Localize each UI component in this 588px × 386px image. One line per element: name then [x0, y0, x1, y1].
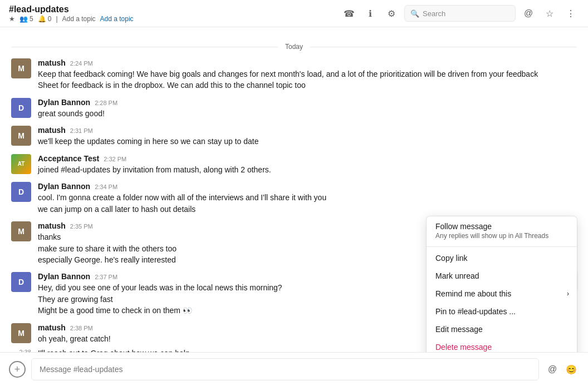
- copy-link-label: Copy link: [435, 254, 468, 263]
- info-button[interactable]: ℹ: [362, 5, 379, 22]
- pin-item[interactable]: Pin to #lead-updates ...: [427, 303, 577, 320]
- message-sender: matush: [38, 221, 66, 230]
- message-header: Dylan Bannon 2:28 PM: [38, 98, 577, 107]
- search-icon: 🔍: [410, 9, 419, 18]
- message-content: Dylan Bannon 2:34 PM cool. I'm gonna cre…: [38, 182, 577, 215]
- message-content: matush 2:31 PM we'll keep the updates co…: [38, 126, 577, 147]
- emoji-button[interactable]: 😊: [564, 362, 579, 377]
- delete-message-label: Delete message: [435, 343, 492, 352]
- settings-button[interactable]: ⚙: [383, 5, 400, 22]
- message-sender: matush: [38, 323, 66, 332]
- message-sender: Acceptance Test: [38, 154, 99, 163]
- date-divider: Today: [11, 43, 577, 51]
- remind-me-item[interactable]: Remind me about this ›: [427, 285, 577, 303]
- message-time: 2:38 PM: [70, 325, 93, 331]
- avatar: D: [11, 182, 31, 202]
- star-button[interactable]: ☆: [541, 5, 558, 22]
- channel-meta: ★ 👥 5 🔔 0 | Add a topic Add a topic: [9, 15, 341, 23]
- message-group: D Dylan Bannon 2:34 PM cool. I'm gonna c…: [11, 181, 577, 216]
- messages-area: Today M matush 2:24 PM Keep that feedbac…: [0, 27, 588, 352]
- avatar: M: [11, 126, 31, 146]
- message-text: we can jump on a call later to hash out …: [38, 204, 577, 215]
- input-area: + @ 😊: [0, 352, 588, 386]
- channel-title-row: #lead-updates: [9, 4, 341, 14]
- avatar: D: [11, 98, 31, 118]
- message-text: we'll keep the updates coming in here so…: [38, 136, 577, 147]
- member-count: 👥 5: [19, 15, 33, 23]
- follow-message-label: Follow message: [435, 222, 492, 231]
- delete-message-item[interactable]: Delete message: [427, 338, 577, 352]
- separator: |: [56, 15, 57, 23]
- message-time: 2:37 PM: [95, 274, 117, 280]
- message-time: 2:34 PM: [95, 184, 117, 190]
- header: #lead-updates ★ 👥 5 🔔 0 | Add a topic Ad…: [0, 0, 588, 27]
- context-menu: Follow message Any replies will show up …: [427, 216, 577, 352]
- message-group: D Dylan Bannon 2:28 PM great sounds good…: [11, 97, 577, 120]
- more-button[interactable]: ⋮: [562, 5, 579, 22]
- message-time: 2:24 PM: [70, 60, 93, 67]
- search-input[interactable]: [423, 9, 509, 18]
- mark-unread-item[interactable]: Mark unread: [427, 267, 577, 285]
- avatar: D: [11, 272, 31, 292]
- edit-message-label: Edit message: [435, 325, 483, 334]
- message-content: matush 2:24 PM Keep that feedback coming…: [38, 58, 577, 91]
- avatar: M: [11, 221, 31, 241]
- message-sender: Dylan Bannon: [38, 182, 90, 191]
- at-button[interactable]: @: [520, 5, 537, 22]
- message-sender: Dylan Bannon: [38, 98, 90, 107]
- add-button[interactable]: +: [9, 361, 26, 378]
- remind-me-label: Remind me about this: [435, 289, 511, 298]
- message-text: joined #lead-updates by invitation from …: [38, 164, 577, 175]
- standalone-time: 2:38 PM: [11, 348, 31, 352]
- message-input[interactable]: [31, 358, 539, 380]
- message-header: matush 2:24 PM: [38, 58, 577, 67]
- follow-message-item[interactable]: Follow message Any replies will show up …: [427, 216, 577, 244]
- input-right-icons: @ 😊: [545, 362, 579, 377]
- add-topic-link[interactable]: Add a topic: [62, 15, 96, 23]
- header-right: ☎ ℹ ⚙ 🔍 @ ☆ ⋮: [341, 5, 579, 22]
- message-sender: matush: [38, 126, 66, 135]
- menu-divider: [427, 246, 577, 247]
- edit-message-item[interactable]: Edit message: [427, 320, 577, 338]
- chevron-right-icon: ›: [567, 290, 569, 298]
- avatar: M: [11, 58, 31, 78]
- message-time: 2:31 PM: [70, 127, 93, 134]
- message-group: M matush 2:24 PM Keep that feedback comi…: [11, 57, 577, 92]
- message-text: Sheet for feedback is in the dropbox. We…: [38, 80, 577, 91]
- message-content: Acceptance Test 2:32 PM joined #lead-upd…: [38, 154, 577, 175]
- message-text: I'll reach out to Greg about how we can …: [38, 348, 190, 352]
- at-mention-button[interactable]: @: [545, 362, 560, 377]
- header-left: #lead-updates ★ 👥 5 🔔 0 | Add a topic Ad…: [9, 4, 341, 23]
- message-header: Acceptance Test 2:32 PM: [38, 154, 577, 163]
- message-text: cool. I'm gonna create a folder now with…: [38, 192, 577, 203]
- message-sender: matush: [38, 58, 66, 67]
- message-header: Dylan Bannon 2:34 PM: [38, 182, 577, 191]
- message-time: 2:28 PM: [95, 100, 117, 106]
- message-content: Dylan Bannon 2:28 PM great sounds good!: [38, 98, 577, 119]
- message-group: AT Acceptance Test 2:32 PM joined #lead-…: [11, 153, 577, 176]
- message-sender: Dylan Bannon: [38, 272, 90, 281]
- message-text: Keep that feedback coming! We have big g…: [38, 68, 577, 80]
- avatar: M: [11, 323, 31, 343]
- copy-link-item[interactable]: Copy link: [427, 249, 577, 267]
- message-time: 2:32 PM: [104, 156, 126, 162]
- phone-button[interactable]: ☎: [341, 5, 357, 22]
- pin-label: Pin to #lead-updates ...: [435, 307, 516, 316]
- message-time: 2:35 PM: [70, 223, 93, 230]
- follow-message-subtitle: Any replies will show up in All Threads: [435, 232, 548, 240]
- avatar: AT: [11, 154, 31, 174]
- reminder-count: 🔔 0: [38, 15, 52, 23]
- channel-title: #lead-updates: [9, 4, 69, 14]
- message-header: matush 2:31 PM: [38, 126, 577, 135]
- star-icon[interactable]: ★: [9, 15, 15, 23]
- search-box[interactable]: 🔍: [404, 5, 516, 22]
- mark-unread-label: Mark unread: [435, 271, 479, 280]
- message-text: great sounds good!: [38, 108, 577, 119]
- message-group: M matush 2:31 PM we'll keep the updates …: [11, 125, 577, 148]
